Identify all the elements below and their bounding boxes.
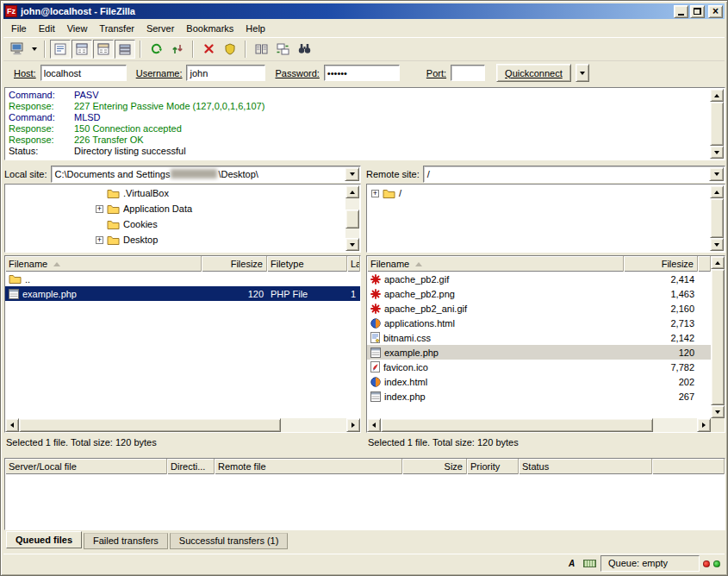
site-manager-button[interactable] [7,40,28,59]
restore-button[interactable] [690,5,705,18]
scroll-thumb[interactable] [345,210,359,229]
cancel-button[interactable] [198,40,219,59]
file-row[interactable]: apache_pb2.png 1,463 [367,286,711,301]
process-queue-button[interactable] [167,40,188,59]
file-row[interactable]: index.php 267 [367,389,711,404]
column-header-filename[interactable]: Filename [5,256,202,272]
scroll-down-button[interactable] [345,238,359,251]
synchronized-browsing-button[interactable] [272,40,293,59]
scroll-left-button[interactable] [367,418,381,432]
expander-icon[interactable]: + [371,190,379,197]
scroll-thumb[interactable] [710,198,724,238]
tree-item[interactable]: + Desktop [6,232,345,247]
speed-limit-icon[interactable] [582,557,597,570]
file-row[interactable]: apache_pb2_ani.gif 2,160 [367,301,711,316]
username-input[interactable] [186,65,265,81]
data-type-icon[interactable]: A [564,557,579,570]
column-header-remote-file[interactable]: Remote file [215,459,402,474]
expander-icon[interactable]: + [96,236,103,244]
scroll-track[interactable] [19,418,346,432]
tab-failed-transfers[interactable]: Failed transfers [84,533,168,549]
toggle-queue-button[interactable] [115,40,135,59]
column-header-priority[interactable]: Priority [467,459,519,474]
file-row-selected[interactable]: example.php 120 [367,345,711,360]
expander-icon[interactable]: + [96,205,103,213]
scroll-track[interactable] [711,269,725,405]
column-header-last-modified[interactable]: Last modified [347,256,360,272]
scroll-thumb[interactable] [19,418,281,432]
local-list-horizontal-scrollbar[interactable] [5,418,360,432]
scroll-up-button[interactable] [710,185,724,198]
toggle-remote-tree-button[interactable] [93,40,114,59]
log-vertical-scrollbar[interactable] [710,89,724,159]
menu-edit[interactable]: Edit [33,22,61,35]
scroll-left-button[interactable] [5,418,19,432]
remote-site-combobox[interactable]: / [423,166,725,183]
scroll-up-button[interactable] [345,185,359,198]
tree-item[interactable]: + / [368,185,710,201]
toggle-local-tree-button[interactable] [72,40,92,59]
file-row-selected[interactable]: example.php 120 PHP File 1 [5,286,360,301]
minimize-button[interactable] [674,5,688,18]
scroll-thumb[interactable] [710,102,724,146]
tree-item[interactable]: + Application Data [6,201,345,216]
menu-bookmarks[interactable]: Bookmarks [180,22,240,35]
scroll-right-button[interactable] [346,418,360,432]
column-header-filesize[interactable]: Filesize [624,256,698,272]
scroll-track[interactable] [381,418,697,432]
scroll-up-button[interactable] [711,256,725,269]
scroll-down-button[interactable] [710,146,724,159]
menu-view[interactable]: View [61,22,94,35]
file-row[interactable]: index.html 202 [367,374,711,389]
file-row[interactable]: apache_pb2.gif 2,414 [367,272,711,286]
file-row[interactable]: favicon.ico 7,782 [367,360,711,374]
file-row[interactable]: bitnami.css 2,142 [367,330,711,345]
refresh-button[interactable] [146,40,166,59]
menu-transfer[interactable]: Transfer [93,22,140,35]
scroll-up-button[interactable] [710,89,724,102]
remote-list-vertical-scrollbar[interactable] [711,256,725,418]
scroll-track[interactable] [710,102,724,146]
menu-file[interactable]: File [5,22,33,35]
quickconnect-button[interactable]: Quickconnect [496,64,571,82]
scroll-thumb[interactable] [381,418,653,432]
menu-server[interactable]: Server [140,22,180,35]
tab-queued-files[interactable]: Queued files [6,531,82,548]
host-input[interactable] [40,65,127,81]
toggle-message-log-button[interactable] [50,40,71,59]
column-header-server-local-file[interactable]: Server/Local file [5,459,167,474]
column-header-status[interactable]: Status [519,459,652,474]
scroll-track[interactable] [710,198,724,238]
close-button[interactable] [708,5,723,18]
title-bar[interactable]: Fz john@localhost - FileZilla [3,3,725,19]
local-tree-vertical-scrollbar[interactable] [345,185,359,251]
remote-site-dropdown-button[interactable] [709,167,724,181]
tab-successful-transfers[interactable]: Successful transfers (1) [170,533,289,549]
column-header-direction[interactable]: Directi... [167,459,215,474]
column-header-filename[interactable]: Filename [367,256,624,272]
scroll-down-button[interactable] [711,405,725,418]
scroll-thumb[interactable] [711,269,725,405]
port-input[interactable] [451,65,485,81]
column-header-filesize[interactable]: Filesize [202,256,267,272]
local-site-dropdown-button[interactable] [345,167,359,181]
scroll-track[interactable] [345,198,359,238]
disconnect-button[interactable] [220,40,240,59]
local-site-combobox[interactable]: C:\Documents and Settings\Desktop\ [51,166,361,183]
column-header-filetype[interactable]: Filetype [267,256,347,272]
quickconnect-dropdown-button[interactable] [576,64,589,82]
directory-comparison-button[interactable] [251,40,271,59]
scroll-down-button[interactable] [710,238,724,251]
find-files-button[interactable] [294,40,314,59]
remote-list-horizontal-scrollbar[interactable] [367,418,725,432]
remote-tree-vertical-scrollbar[interactable] [710,185,724,251]
menu-help[interactable]: Help [240,22,271,35]
scroll-right-button[interactable] [697,418,711,432]
tree-item[interactable]: .VirtualBox [6,185,345,201]
column-header-size[interactable]: Size [402,459,467,474]
file-row[interactable]: applications.html 2,713 [367,316,711,330]
tree-item[interactable]: Cookies [6,216,345,232]
queue-list-empty[interactable] [5,474,725,529]
file-row-parent-directory[interactable]: .. [5,272,360,286]
password-input[interactable] [324,65,400,81]
